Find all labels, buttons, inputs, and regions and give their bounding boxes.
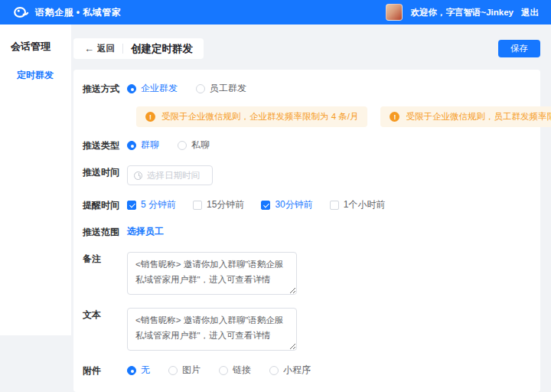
remark-textarea[interactable]: <销售昵称> 邀请你加入群聊"语鹅企服私域管家用户群"，进入可查看详情 [127,252,297,295]
form-row-text: 文本 <销售昵称> 邀请你加入群聊"语鹅企服私域管家用户群"，进入可查看详情 [83,308,528,351]
checkbox-30-minutes-before[interactable]: 30分钟前 [261,198,312,211]
push-method-options: 企业群发 员工群发 [127,82,265,95]
radio-attachment-image[interactable]: 图片 [168,364,201,377]
top-navbar: 语鹅企服 • 私域管家 欢迎你，字言智语~Jinkey 退出 [0,0,551,24]
remark-control: <销售昵称> 邀请你加入群聊"语鹅企服私域管家用户群"，进入可查看详情 [127,252,297,295]
radio-unselected-icon [168,366,178,375]
checkbox-15-minutes-before[interactable]: 15分钟前 [193,198,244,211]
form-row-remark: 备注 <销售昵称> 邀请你加入群聊"语鹅企服私域管家用户群"，进入可查看详情 [83,252,528,295]
checkbox-checked-icon [127,201,136,210]
text-label: 文本 [83,308,127,322]
sidebar-section-conversation-management: 会话管理 [11,40,71,54]
push-scope-label: 推送范围 [83,225,127,239]
brand-title: 语鹅企服 • 私域管家 [35,6,121,19]
save-button[interactable]: 保存 [498,40,540,57]
app: 语鹅企服 • 私域管家 欢迎你，字言智语~Jinkey 退出 会话管理 定时群发… [0,0,551,392]
topbar-right: 欢迎你，字言智语~Jinkey 退出 [386,4,539,21]
remark-label: 备注 [83,252,127,266]
radio-unselected-icon [196,84,205,93]
sidebar-item-scheduled-group-send[interactable]: 定时群发 [11,69,71,82]
radio-attachment-none[interactable]: 无 [127,364,150,377]
back-label: 返回 [97,43,115,54]
radio-unselected-icon [269,366,279,375]
brand-logo-goose-icon [12,4,29,21]
checkbox-5-minutes-before[interactable]: 5 分钟前 [127,198,176,211]
form-card: 推送方式 企业群发 员工群发 [73,70,540,392]
radio-staff-group-send[interactable]: 员工群发 [196,82,246,95]
datetime-picker[interactable] [127,165,213,185]
form-row-push-method: 推送方式 企业群发 员工群发 [83,82,528,96]
text-textarea[interactable]: <销售昵称> 邀请你加入群聊"语鹅企服私域管家用户群"，进入可查看详情 [127,308,297,351]
checkbox-checked-icon [261,201,270,210]
text-control: <销售昵称> 邀请你加入群聊"语鹅企服私域管家用户群"，进入可查看详情 [127,308,297,351]
radio-private-chat[interactable]: 私聊 [178,139,210,152]
radio-enterprise-group-send[interactable]: 企业群发 [127,82,178,95]
page-title: 创建定时群发 [131,42,193,56]
form-row-remind-time: 提醒时间 5 分钟前 15分钟前 30分钟前 [83,198,528,212]
form-row-push-type: 推送类型 群聊 私聊 [83,139,528,152]
form-row-push-time: 推送时间 [83,165,528,185]
radio-unselected-icon [178,141,187,150]
checkbox-unchecked-icon [330,201,339,210]
radio-attachment-link[interactable]: 链接 [219,364,251,377]
radio-attachment-miniprogram[interactable]: 小程序 [269,364,311,377]
warning-staff-limit: 受限于企业微信规则，员工群发频率限制为 1 条/天 [380,106,551,127]
sidebar: 会话管理 定时群发 [0,24,71,392]
radio-selected-icon [127,141,136,150]
warning-row: 受限于企业微信规则，企业群发频率限制为 4 条/月 受限于企业微信规则，员工群发… [83,106,528,127]
remind-time-options: 5 分钟前 15分钟前 30分钟前 1个小时前 [127,198,402,211]
attachment-options: 无 图片 链接 小程序 [127,364,329,377]
back-arrow-icon: ← [84,44,94,54]
datetime-input[interactable] [147,171,206,180]
main-area: ← 返回 创建定时群发 保存 推送方式 企业群发 [71,24,551,392]
warning-icon [390,112,399,122]
user-avatar[interactable] [386,4,403,21]
back-button[interactable]: ← 返回 [84,43,115,54]
radio-group-chat[interactable]: 群聊 [127,139,159,152]
logout-link[interactable]: 退出 [521,7,539,18]
checkbox-1-hour-before[interactable]: 1个小时前 [330,198,386,211]
layout: 会话管理 定时群发 ← 返回 创建定时群发 保存 [0,24,551,392]
breadcrumb-divider [122,44,123,54]
attachment-label: 附件 [83,364,127,377]
push-type-label: 推送类型 [83,139,127,152]
remind-time-label: 提醒时间 [83,198,127,212]
radio-selected-icon [127,84,136,93]
toolbar: ← 返回 创建定时群发 保存 [73,38,540,59]
form-row-push-scope: 推送范围 选择员工 [83,225,528,239]
push-method-label: 推送方式 [83,82,127,96]
radio-selected-icon [127,366,136,375]
sidebar-panel: 会话管理 定时群发 [0,24,71,335]
push-time-label: 推送时间 [83,165,127,179]
warning-enterprise-limit: 受限于企业微信规则，企业群发频率限制为 4 条/月 [136,106,367,127]
clock-icon [134,172,142,180]
push-scope-control: 选择员工 [127,225,164,238]
push-time-control [127,165,213,185]
welcome-text: 欢迎你，字言智语~Jinkey [410,7,514,18]
warning-icon [145,112,155,122]
push-type-options: 群聊 私聊 [127,139,228,152]
radio-unselected-icon [219,366,228,375]
form-row-attachment: 附件 无 图片 链接 [83,364,528,377]
select-staff-link[interactable]: 选择员工 [127,225,164,238]
checkbox-unchecked-icon [193,201,202,210]
breadcrumb: ← 返回 创建定时群发 [73,38,204,59]
